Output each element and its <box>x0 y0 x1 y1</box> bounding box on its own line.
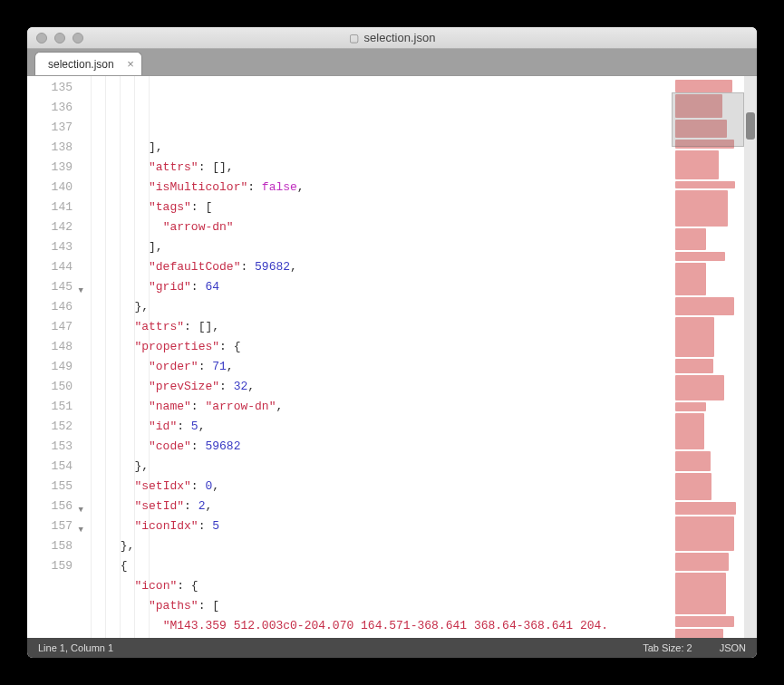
line-number: 151 <box>27 397 73 417</box>
line-number: 149 <box>27 357 73 377</box>
code-line: "setId": 2, <box>78 497 672 516</box>
code-line: "order": 71, <box>78 357 672 377</box>
minimap-block <box>675 150 719 179</box>
minimap-block <box>675 359 713 373</box>
traffic-lights <box>27 33 83 43</box>
code-line: "paths": [ <box>78 596 672 616</box>
line-number: 138 <box>27 138 73 158</box>
tab-bar: selection.json × <box>27 49 757 76</box>
line-number: 157▼ <box>27 516 73 536</box>
line-number: 152 <box>27 417 73 437</box>
code-line: "iconIdx": 5 <box>78 516 672 536</box>
document-icon: ▢ <box>349 32 359 44</box>
line-number: 153 <box>27 437 73 457</box>
titlebar: ▢ selection.json <box>27 27 757 49</box>
line-number: 141 <box>27 198 73 217</box>
line-number: 137 <box>27 118 73 138</box>
minimap-block <box>675 375 724 400</box>
minimap-block <box>675 190 728 227</box>
line-number: 156▼ <box>27 497 73 516</box>
code-content[interactable]: ], "attrs": [], "isMulticolor": false, "… <box>78 76 672 638</box>
minimap-block <box>675 228 706 250</box>
minimap-block <box>675 629 723 638</box>
code-line: "properties": { <box>78 337 672 357</box>
code-line: "M143.359 512.003c0-204.070 164.571-368.… <box>78 616 672 636</box>
code-line: }, <box>78 536 672 556</box>
vertical-scrollbar[interactable] <box>744 76 757 638</box>
line-number: 154 <box>27 457 73 477</box>
scrollbar-thumb[interactable] <box>746 112 755 140</box>
minimap-block <box>675 502 736 515</box>
line-number: 159 <box>27 556 73 576</box>
minimap-viewport[interactable] <box>672 92 744 147</box>
code-line: ], <box>78 138 672 158</box>
line-number: 150 <box>27 377 73 397</box>
line-number: 146 <box>27 297 73 317</box>
line-number: 155 <box>27 477 73 497</box>
status-bar: Line 1, Column 1 Tab Size: 2 JSON <box>27 638 757 658</box>
code-line: "code": 59682 <box>78 437 672 457</box>
minimap[interactable] <box>672 76 744 638</box>
line-number: 140 <box>27 178 73 198</box>
code-line: }, <box>78 297 672 317</box>
tab-label: selection.json <box>48 58 114 71</box>
line-number: 139 <box>27 158 73 178</box>
line-number: 145▼ <box>27 277 73 297</box>
minimap-block <box>675 263 706 295</box>
code-line: "id": 5, <box>78 417 672 437</box>
line-number: 142 <box>27 217 73 237</box>
code-line: "isMulticolor": false, <box>78 178 672 198</box>
minimap-block <box>675 80 732 92</box>
code-line: "defaultCode": 59682, <box>78 257 672 277</box>
line-number: 135 <box>27 78 73 98</box>
editor-window: ▢ selection.json selection.json × 135136… <box>27 27 757 658</box>
minimap-block <box>675 553 729 571</box>
line-number: 136 <box>27 98 73 118</box>
minimap-block <box>675 181 735 188</box>
code-line: "prevSize": 32, <box>78 377 672 397</box>
code-line: "attrs": [], <box>78 317 672 337</box>
code-line: "tags": [ <box>78 198 672 217</box>
line-number: 143 <box>27 237 73 257</box>
line-number-gutter[interactable]: 135136137138139140141142143144145▼146147… <box>27 76 78 638</box>
file-tab[interactable]: selection.json × <box>34 52 142 75</box>
minimap-block <box>675 413 704 449</box>
line-number: 147 <box>27 317 73 337</box>
minimap-block <box>675 473 711 500</box>
window-title: ▢ selection.json <box>349 31 436 44</box>
code-line: "attrs": [], <box>78 158 672 178</box>
code-line: "grid": 64 <box>78 277 672 297</box>
code-line: "arrow-dn" <box>78 217 672 237</box>
code-line: "name": "arrow-dn", <box>78 397 672 417</box>
code-line: "setIdx": 0, <box>78 477 672 497</box>
code-line: ], <box>78 237 672 257</box>
code-line: 068 0 368.64 164.57 368.64 368.641 0 204… <box>78 636 672 638</box>
close-window-button[interactable] <box>36 33 47 43</box>
code-line: { <box>78 556 672 576</box>
line-number: 158 <box>27 536 73 556</box>
close-tab-icon[interactable]: × <box>127 57 134 71</box>
minimap-block <box>675 402 706 411</box>
minimize-window-button[interactable] <box>54 33 65 43</box>
zoom-window-button[interactable] <box>73 33 83 43</box>
minimap-block <box>675 573 726 614</box>
status-tab-size[interactable]: Tab Size: 2 <box>643 642 692 653</box>
line-number: 148 <box>27 337 73 357</box>
code-line: "icon": { <box>78 576 672 596</box>
status-syntax[interactable]: JSON <box>720 642 746 653</box>
window-title-text: selection.json <box>364 31 436 44</box>
status-cursor-position[interactable]: Line 1, Column 1 <box>38 642 615 653</box>
minimap-block <box>675 516 734 551</box>
minimap-block <box>675 451 711 471</box>
minimap-block <box>675 317 714 357</box>
minimap-block <box>675 616 734 627</box>
code-line: }, <box>78 457 672 477</box>
editor-area: 135136137138139140141142143144145▼146147… <box>27 76 757 638</box>
minimap-block <box>675 252 725 261</box>
line-number: 144 <box>27 257 73 277</box>
minimap-block <box>675 297 734 315</box>
